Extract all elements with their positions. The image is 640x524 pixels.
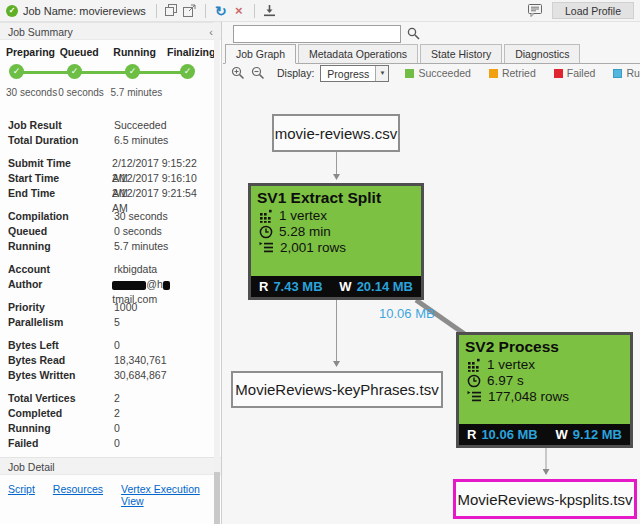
job-detail-links: Script Resources Vertex Execution View bbox=[0, 475, 221, 515]
legend-item-retried: Retried bbox=[489, 67, 536, 79]
read-label: R bbox=[259, 279, 268, 294]
write-label: W bbox=[556, 427, 568, 442]
job-detail-title: Job Detail bbox=[8, 458, 55, 474]
display-dropdown[interactable]: Progress ▼ bbox=[320, 65, 389, 82]
summary-row: Accountrkbigdata bbox=[8, 262, 213, 277]
search-input[interactable] bbox=[233, 25, 401, 43]
read-value: 10.06 MB bbox=[481, 427, 537, 442]
summary-row: Total Duration6.5 minutes bbox=[8, 133, 213, 148]
stage-check-icon: ✓ bbox=[125, 64, 140, 79]
job-detail-header: Job Detail bbox=[0, 457, 221, 475]
file-node-label: MovieReviews-keyPhrases.tsv bbox=[235, 381, 438, 398]
stage-check-icon: ✓ bbox=[180, 64, 195, 79]
toolbar-separator bbox=[254, 4, 255, 18]
stage-label: Queued bbox=[60, 46, 114, 58]
write-label: W bbox=[339, 279, 351, 294]
script-link[interactable]: Script bbox=[8, 483, 35, 507]
left-panel-scrollbar[interactable] bbox=[214, 22, 220, 524]
vertex-count: 1 vertex bbox=[279, 208, 327, 223]
file-node-movie-reviews-csv[interactable]: movie-reviews.csv bbox=[272, 114, 400, 152]
vertex-count: 1 vertex bbox=[487, 357, 535, 372]
file-node-moviereviews-keyphrases-tsv[interactable]: MovieReviews-keyPhrases.tsv bbox=[231, 371, 443, 408]
resources-link[interactable]: Resources bbox=[53, 483, 103, 507]
job-view-window: ✓ Job Name: moviereviews ↻ × Load Profil… bbox=[0, 0, 640, 524]
job-summary-title: Job Summary bbox=[8, 23, 73, 39]
refresh-icon[interactable]: ↻ bbox=[212, 2, 230, 20]
author-row: Author @htmail.com bbox=[8, 277, 213, 292]
clock-icon bbox=[259, 225, 273, 239]
summary-row: Bytes Left0 bbox=[8, 338, 213, 353]
summary-row: Start Time2/12/2017 9:16:10 AM bbox=[8, 171, 213, 186]
retried-swatch bbox=[489, 69, 498, 78]
job-graph-canvas[interactable]: movie-reviews.csv SV1 Extract Split 1 ve… bbox=[223, 82, 640, 524]
search-row bbox=[223, 22, 640, 44]
summary-row: Bytes Read18,340,761 bbox=[8, 353, 213, 368]
summary-row: Queued0 seconds bbox=[8, 224, 213, 239]
download-icon[interactable] bbox=[261, 2, 279, 20]
zoom-in-icon[interactable] bbox=[231, 65, 245, 81]
summary-row: Total Vertices2 bbox=[8, 391, 213, 406]
job-summary-fields: Job ResultSucceeded Total Duration6.5 mi… bbox=[0, 112, 221, 451]
stage-check-icon: ✓ bbox=[9, 64, 24, 79]
stage-title: SV2 Process bbox=[459, 335, 630, 356]
load-profile-button[interactable]: Load Profile bbox=[552, 2, 634, 19]
stage-node-sv1-extract-split[interactable]: SV1 Extract Split 1 vertex 5.28 min 2,00… bbox=[248, 183, 424, 300]
toolbar-separator bbox=[156, 4, 157, 18]
graph-toolbar: Display: Progress ▼ Succeeded Retried Fa… bbox=[223, 64, 640, 82]
vertex-execution-view-link[interactable]: Vertex Execution View bbox=[121, 483, 213, 507]
summary-row: Submit Time2/12/2017 9:15:22 AM bbox=[8, 156, 213, 171]
job-phase-progress: Preparing Queued Running Finalizing ✓ ✓ … bbox=[0, 40, 221, 112]
failed-swatch bbox=[554, 69, 563, 78]
job-graph-panel: Job Graph Metadata Operations State Hist… bbox=[223, 22, 640, 524]
copy-icon[interactable] bbox=[163, 2, 181, 20]
stage-duration bbox=[163, 87, 215, 98]
toolbar-separator bbox=[205, 4, 206, 18]
summary-row: Bytes Written30,684,867 bbox=[8, 368, 213, 383]
zoom-out-icon[interactable] bbox=[251, 65, 265, 81]
edge-data-size-label: 10.06 MB bbox=[379, 306, 435, 321]
scrollbar-thumb[interactable] bbox=[214, 472, 220, 524]
tab-diagnostics[interactable]: Diagnostics bbox=[504, 44, 580, 63]
write-value: 20.14 MB bbox=[357, 279, 413, 294]
stage-check-icon: ✓ bbox=[67, 64, 82, 79]
cancel-job-icon[interactable]: × bbox=[230, 2, 248, 20]
tab-job-graph[interactable]: Job Graph bbox=[225, 44, 296, 64]
legend-item-running: Running bbox=[613, 67, 640, 79]
summary-row: End Time2/12/2017 9:21:54 AM bbox=[8, 186, 213, 201]
open-external-icon[interactable] bbox=[181, 2, 199, 20]
job-success-icon: ✓ bbox=[6, 5, 18, 17]
summary-row: Running0 bbox=[8, 421, 213, 436]
summary-row: Completed2 bbox=[8, 406, 213, 421]
stage-label: Finalizing bbox=[167, 46, 215, 58]
display-dropdown-value: Progress bbox=[321, 66, 375, 81]
job-name-label: Job Name: moviereviews bbox=[23, 5, 146, 17]
summary-row: Compilation30 seconds bbox=[8, 209, 213, 224]
tab-metadata-operations[interactable]: Metadata Operations bbox=[298, 44, 418, 63]
stage-node-sv2-process[interactable]: SV2 Process 1 vertex 6.97 s 177,048 rows… bbox=[456, 332, 633, 448]
read-label: R bbox=[467, 427, 476, 442]
stage-duration: 0 seconds bbox=[58, 87, 110, 98]
clock-icon bbox=[467, 374, 481, 388]
summary-row: Parallelism5 bbox=[8, 315, 213, 330]
legend-item-succeeded: Succeeded bbox=[405, 67, 471, 79]
stage-duration: 5.7 minutes bbox=[111, 87, 163, 98]
stage-label: Preparing bbox=[6, 46, 60, 58]
summary-row: Failed0 bbox=[8, 436, 213, 451]
vertex-icon bbox=[259, 209, 273, 223]
vertex-icon bbox=[467, 358, 481, 372]
stage-title: SV1 Extract Split bbox=[251, 186, 421, 207]
stage-duration: 30 seconds bbox=[6, 87, 58, 98]
display-label: Display: bbox=[277, 67, 314, 79]
collapse-panel-icon[interactable]: ‹ bbox=[209, 23, 213, 39]
chevron-down-icon[interactable]: ▼ bbox=[375, 66, 388, 81]
tab-bar: Job Graph Metadata Operations State Hist… bbox=[223, 44, 640, 64]
stage-duration: 6.97 s bbox=[487, 373, 524, 388]
search-icon[interactable] bbox=[407, 27, 420, 42]
progress-track: ✓ ✓ ✓ ✓ bbox=[6, 62, 215, 84]
tab-state-history[interactable]: State History bbox=[420, 44, 502, 63]
summary-row: Job ResultSucceeded bbox=[8, 118, 213, 133]
feedback-icon[interactable] bbox=[526, 2, 544, 20]
status-legend: Succeeded Retried Failed Running Waiting bbox=[405, 67, 640, 79]
redaction-bar bbox=[112, 281, 146, 290]
file-node-moviereviews-kpsplits-tsv-selected[interactable]: MovieReviews-kpsplits.tsv bbox=[453, 479, 637, 519]
